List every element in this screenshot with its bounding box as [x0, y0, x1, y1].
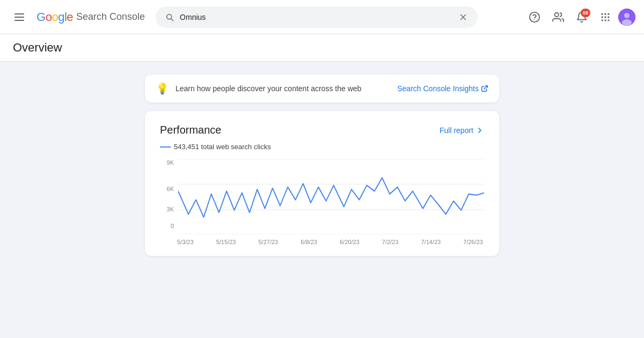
- svg-point-4: [555, 12, 559, 16]
- page-title: Overview: [13, 41, 631, 55]
- main-content: 💡 Learn how people discover your content…: [0, 62, 644, 269]
- x-label-6: 7/2/23: [382, 239, 399, 245]
- insight-text: Learn how people discover your content a…: [175, 84, 361, 93]
- accounts-icon: [552, 11, 564, 23]
- svg-point-15: [624, 13, 630, 18]
- x-label-1: 5/3/23: [177, 239, 194, 245]
- avatar-icon: [618, 9, 635, 26]
- clear-icon: [459, 13, 467, 21]
- logo-area: Google Search Console: [36, 10, 145, 24]
- help-button[interactable]: [524, 6, 545, 28]
- svg-point-12: [604, 19, 606, 21]
- metric-label: 543,451 total web search clicks: [160, 143, 484, 151]
- header-actions: 68: [524, 6, 635, 28]
- notifications-button[interactable]: 68: [571, 6, 592, 28]
- lightbulb-icon: 💡: [156, 82, 169, 95]
- y-label-3k: 3K: [167, 206, 174, 212]
- x-label-4: 6/8/23: [301, 239, 317, 245]
- chart-area: [178, 159, 484, 237]
- svg-point-16: [622, 19, 632, 26]
- y-label-6k: 6K: [167, 186, 174, 192]
- full-report-link[interactable]: Full report: [440, 126, 484, 135]
- accounts-button[interactable]: [547, 6, 569, 28]
- help-icon: [529, 11, 540, 23]
- svg-point-5: [602, 13, 603, 14]
- chevron-right-icon: [475, 126, 484, 135]
- performance-header: Performance Full report: [160, 124, 484, 136]
- y-label-0: 0: [171, 223, 174, 229]
- performance-card: Performance Full report 543,451 total we…: [145, 111, 499, 256]
- y-axis-labels: 9K 6K 3K 0: [160, 159, 176, 229]
- svg-point-7: [608, 13, 609, 14]
- svg-point-11: [602, 19, 603, 21]
- x-label-7: 7/14/23: [421, 239, 441, 245]
- x-label-2: 5/15/23: [216, 239, 236, 245]
- svg-point-10: [608, 16, 609, 18]
- hamburger-icon: [14, 13, 24, 21]
- x-label-5: 6/20/23: [340, 239, 360, 245]
- svg-point-9: [604, 16, 606, 18]
- menu-button[interactable]: [9, 6, 30, 28]
- metric-line-indicator: [160, 146, 171, 148]
- performance-chart: [178, 159, 484, 234]
- svg-rect-1: [14, 17, 24, 18]
- insight-left: 💡 Learn how people discover your content…: [156, 82, 361, 95]
- google-logo: Google: [36, 10, 73, 24]
- insight-banner: 💡 Learn how people discover your content…: [145, 75, 499, 102]
- x-label-3: 5/27/23: [258, 239, 278, 245]
- search-input[interactable]: [180, 13, 452, 21]
- svg-rect-0: [14, 13, 24, 14]
- avatar[interactable]: [618, 9, 635, 26]
- apps-icon: [600, 12, 611, 23]
- svg-point-8: [602, 16, 603, 18]
- app-name: Search Console: [76, 11, 145, 23]
- apps-button[interactable]: [595, 6, 616, 28]
- y-label-9k: 9K: [167, 159, 174, 166]
- notification-badge: 68: [581, 9, 590, 17]
- header: Google Search Console: [0, 0, 644, 34]
- external-link-icon: [481, 85, 488, 92]
- search-bar: [156, 6, 478, 28]
- chart-container: 9K 6K 3K 0: [160, 159, 484, 245]
- x-axis-labels: 5/3/23 5/15/23 5/27/23 6/8/23 6/20/23 7/…: [176, 239, 484, 245]
- search-icon: [165, 12, 174, 22]
- sub-header: Overview: [0, 34, 644, 62]
- svg-rect-2: [14, 20, 24, 21]
- x-label-8: 7/26/23: [463, 239, 483, 245]
- performance-title: Performance: [160, 124, 222, 136]
- svg-point-6: [604, 13, 606, 14]
- search-console-insights-link[interactable]: Search Console Insights: [397, 84, 488, 93]
- search-clear-button[interactable]: [458, 12, 469, 23]
- svg-point-13: [608, 19, 609, 21]
